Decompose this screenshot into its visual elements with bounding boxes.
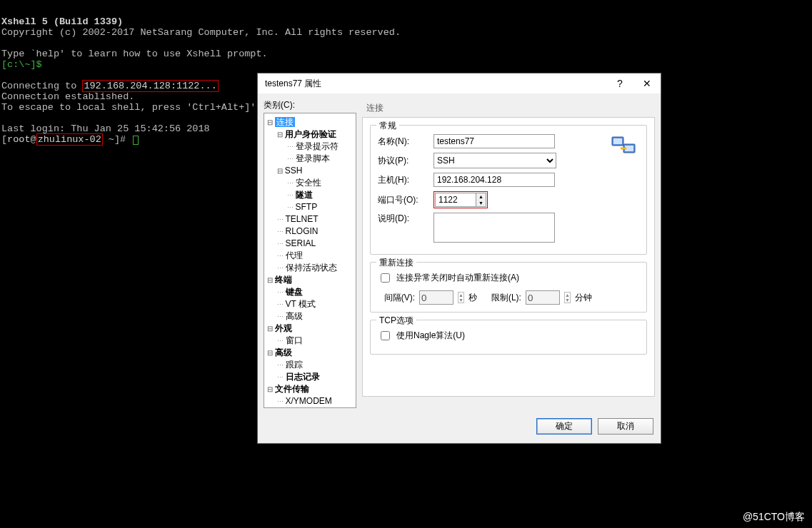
connection-pane: 常规 名称(N): 协议(P): SSH [362, 117, 655, 397]
limit-label: 限制(L): [481, 292, 521, 304]
interval-unit: 秒 [468, 292, 477, 304]
tree-sftp[interactable]: SFTP [287, 201, 354, 213]
spinner-down-icon[interactable]: ▼ [476, 200, 486, 206]
watermark: @51CTO博客 [743, 511, 805, 524]
tree-user-auth[interactable]: 用户身份验证 登录提示符 登录脚本 [277, 128, 354, 165]
tree-terminal[interactable]: 终端 键盘 VT 模式 高级 [267, 274, 354, 323]
category-label: 类别(C): [264, 99, 356, 111]
category-tree[interactable]: 连接 用户身份验证 登录提示符 登录脚本 SSH 安全性 [264, 113, 356, 408]
cancel-button[interactable]: 取消 [598, 418, 653, 435]
nagle-label: 使用Nagle算法(U) [396, 330, 465, 342]
port-label: 端口号(O): [378, 194, 429, 206]
reconnect-group-title: 重新连接 [376, 257, 416, 269]
tree-security[interactable]: 安全性 [287, 177, 354, 189]
term-last-login: Last login: Thu Jan 25 15:42:56 2018 [1, 123, 210, 134]
description-textarea[interactable] [433, 213, 555, 243]
term-line-1: Xshell 5 (Build 1339) [1, 16, 123, 27]
tree-logging[interactable]: 日志记录 [277, 371, 354, 383]
ok-button[interactable]: 确定 [536, 418, 592, 435]
prompt-user: root [7, 134, 30, 145]
prompt-path: ~ [109, 134, 114, 145]
tree-proxy[interactable]: 代理 [277, 250, 354, 262]
interval-label: 间隔(V): [378, 292, 415, 304]
tree-serial[interactable]: SERIAL [277, 238, 354, 250]
tree-keepalive[interactable]: 保持活动状态 [277, 262, 354, 274]
prompt-suffix: ]# [114, 134, 131, 145]
dialog-title: testens77 属性 [265, 78, 321, 90]
name-label: 名称(N): [378, 136, 429, 148]
reconnect-group: 重新连接 连接异常关闭时自动重新连接(A) 间隔(V): ▲▼ 秒 限制(L):… [370, 262, 647, 313]
session-properties-dialog: testens77 属性 ? ✕ 类别(C): 连接 用户身份验证 登录提示符 … [257, 73, 661, 444]
tree-file-transfer[interactable]: 文件传输 X/YMODEM ZMODEM [267, 383, 354, 408]
tree-xymodem[interactable]: X/YMODEM [277, 395, 354, 407]
interval-input[interactable] [419, 290, 453, 305]
host-label: 主机(H): [378, 174, 429, 186]
tree-ssh[interactable]: SSH 安全性 隧道 SFTP [277, 165, 354, 213]
term-connecting-prefix: Connecting to [1, 81, 82, 91]
tcp-group: TCP选项 使用Nagle算法(U) [370, 320, 647, 355]
connection-icon [611, 134, 639, 158]
term-line-2: Copyright (c) 2002-2017 NetSarang Comput… [1, 27, 401, 38]
limit-input[interactable] [526, 290, 560, 305]
spinner-up-icon[interactable]: ▲ [476, 193, 486, 200]
tree-vtmode[interactable]: VT 模式 [277, 298, 354, 310]
terminal-cursor [133, 136, 139, 145]
host-input[interactable] [433, 173, 555, 187]
tree-zmodem[interactable]: ZMODEM [277, 407, 354, 408]
protocol-select[interactable]: SSH [433, 153, 556, 168]
close-button[interactable]: ✕ [633, 73, 661, 93]
tree-window[interactable]: 窗口 [277, 335, 354, 347]
protocol-label: 协议(P): [378, 155, 429, 167]
help-icon: ? [617, 78, 623, 89]
description-label: 说明(D): [378, 213, 429, 225]
tree-advanced-term[interactable]: 高级 [277, 310, 354, 323]
svg-rect-1 [613, 138, 622, 144]
pane-title: 连接 [362, 99, 655, 117]
term-local-prompt: [c:\~]$ [1, 59, 42, 70]
close-icon: ✕ [643, 78, 651, 89]
tree-login-prompt[interactable]: 登录提示符 [287, 141, 354, 153]
tcp-group-title: TCP选项 [376, 315, 416, 327]
port-spinner[interactable]: ▲ ▼ [476, 193, 486, 207]
tree-appearance[interactable]: 外观 窗口 [267, 323, 354, 347]
limit-unit: 分钟 [575, 292, 592, 304]
tree-connection[interactable]: 连接 用户身份验证 登录提示符 登录脚本 SSH 安全性 [267, 116, 354, 274]
tree-telnet[interactable]: TELNET [277, 213, 354, 225]
dialog-titlebar[interactable]: testens77 属性 ? ✕ [258, 73, 661, 93]
term-line-3: Type `help' to learn how to use Xshell p… [1, 49, 268, 59]
tree-advanced[interactable]: 高级 跟踪 日志记录 [267, 347, 354, 383]
auto-reconnect-checkbox[interactable] [381, 273, 390, 283]
tree-login-script[interactable]: 登录脚本 [287, 153, 354, 165]
help-button[interactable]: ? [606, 73, 633, 93]
name-input[interactable] [433, 134, 555, 148]
port-input[interactable] [435, 193, 476, 207]
tree-rlogin[interactable]: RLOGIN [277, 225, 354, 238]
general-group: 常规 名称(N): 协议(P): SSH [370, 125, 647, 255]
term-connecting-target: 192.168.204.128:1122... [82, 80, 218, 92]
auto-reconnect-label: 连接异常关闭时自动重新连接(A) [396, 272, 519, 284]
term-escape: To escape to local shell, press 'Ctrl+Al… [1, 102, 262, 113]
port-field-highlight: ▲ ▼ [433, 191, 488, 208]
prompt-host: zhulinux-02 [36, 133, 103, 146]
nagle-checkbox[interactable] [381, 331, 390, 340]
term-established: Connection established. [1, 91, 134, 102]
general-group-title: 常规 [376, 120, 399, 132]
tree-trace[interactable]: 跟踪 [277, 359, 354, 371]
tree-tunnel[interactable]: 隧道 [287, 189, 354, 201]
tree-keyboard[interactable]: 键盘 [277, 286, 354, 298]
